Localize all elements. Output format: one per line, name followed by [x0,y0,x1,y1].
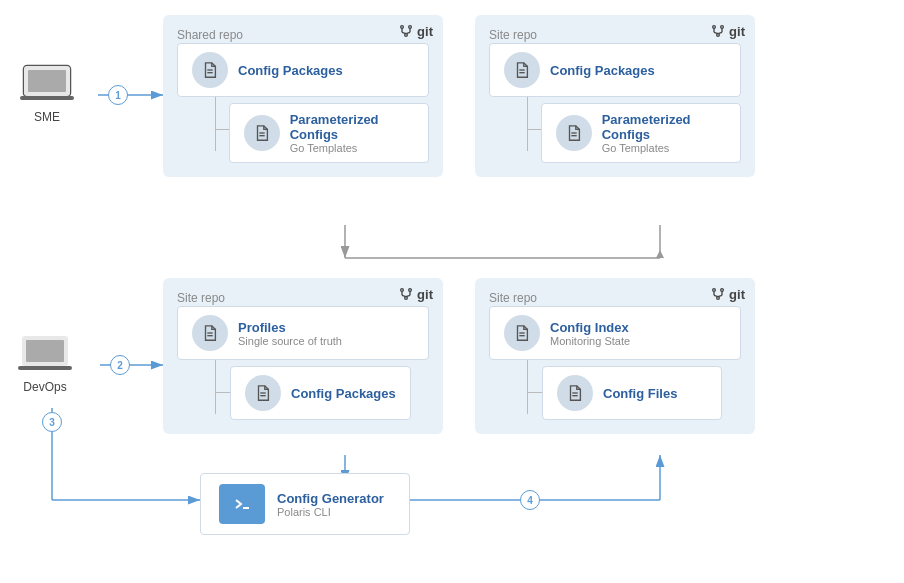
shared-repo-top-label: Shared repo [177,28,243,42]
shared-config-packages-icon [192,52,228,88]
svg-marker-7 [656,250,664,258]
generator-icon [219,484,265,524]
site-repo-top: Site repo git Config Packages [475,15,755,177]
svg-line-26 [402,32,406,33]
site-repo-top-label: Site repo [489,28,537,42]
shared-param-configs-subtitle: Go Templates [290,142,414,154]
svg-point-55 [721,289,724,292]
profiles-subtitle: Single source of truth [238,335,342,347]
badge-2: 2 [110,355,130,375]
svg-rect-20 [18,366,72,370]
svg-line-60 [718,295,722,296]
site-top-param-configs-card: Parameterized Configs Go Templates [541,103,741,163]
person-devops: DevOps [18,330,72,394]
svg-line-37 [714,32,718,33]
svg-line-48 [402,295,406,296]
shared-config-packages-card: Config Packages [177,43,429,97]
config-generator-box: Config Generator Polaris CLI [200,473,410,535]
shared-param-configs-card: Parameterized Configs Go Templates [229,103,429,163]
config-index-icon [504,315,540,351]
arrows-overlay [0,0,904,583]
generator-title: Config Generator [277,491,384,506]
site-top-param-configs-title: Parameterized Configs [602,112,726,142]
site-repo-bl-label: Site repo [177,291,225,305]
svg-line-49 [406,295,410,296]
shared-param-configs-icon [244,115,280,151]
sme-label: SME [34,110,60,124]
config-files-icon [557,375,593,411]
site-top-param-configs-icon [556,115,592,151]
svg-line-27 [406,32,410,33]
profiles-card: Profiles Single source of truth [177,306,429,360]
svg-point-43 [401,289,404,292]
svg-point-21 [401,26,404,29]
config-files-title: Config Files [603,386,677,401]
shared-config-packages-title: Config Packages [238,63,343,78]
site-bl-config-packages-card: Config Packages [230,366,411,420]
badge-4: 4 [520,490,540,510]
shared-param-configs-title: Parameterized Configs [290,112,414,142]
diagram: 1 2 3 4 SME DevOps Shared repo [0,0,904,583]
svg-point-54 [713,289,716,292]
svg-point-33 [721,26,724,29]
config-index-card: Config Index Monitoring State [489,306,741,360]
shared-repo-top-git: git [398,23,433,39]
svg-point-22 [409,26,412,29]
svg-point-45 [405,297,408,300]
config-index-subtitle: Monitoring State [550,335,630,347]
svg-line-59 [714,295,718,296]
svg-point-32 [713,26,716,29]
site-repo-top-git: git [710,23,745,39]
site-bl-config-packages-title: Config Packages [291,386,396,401]
person-sme: SME [20,60,74,124]
svg-point-34 [717,34,720,37]
svg-rect-16 [28,70,66,92]
svg-rect-19 [26,340,64,362]
svg-point-44 [409,289,412,292]
config-files-card: Config Files [542,366,722,420]
svg-line-38 [718,32,722,33]
sme-icon [20,60,74,106]
svg-point-56 [717,297,720,300]
site-repo-br-git: git [710,286,745,302]
profiles-icon [192,315,228,351]
badge-1: 1 [108,85,128,105]
site-top-config-packages-icon [504,52,540,88]
site-repo-bottom-right: Site repo git Config Index Monitoring St… [475,278,755,434]
site-repo-br-label: Site repo [489,291,537,305]
svg-point-23 [405,34,408,37]
site-top-param-configs-subtitle: Go Templates [602,142,726,154]
site-top-config-packages-card: Config Packages [489,43,741,97]
config-index-title: Config Index [550,320,630,335]
devops-icon [18,330,72,376]
generator-subtitle: Polaris CLI [277,506,384,518]
site-top-config-packages-title: Config Packages [550,63,655,78]
shared-repo-top: Shared repo git Config Packages [163,15,443,177]
profiles-title: Profiles [238,320,342,335]
site-bl-config-packages-icon [245,375,281,411]
svg-rect-17 [20,96,74,100]
badge-3: 3 [42,412,62,432]
site-repo-bottom-left: Site repo git Profiles Single source of … [163,278,443,434]
site-repo-bl-git: git [398,286,433,302]
devops-label: DevOps [23,380,66,394]
